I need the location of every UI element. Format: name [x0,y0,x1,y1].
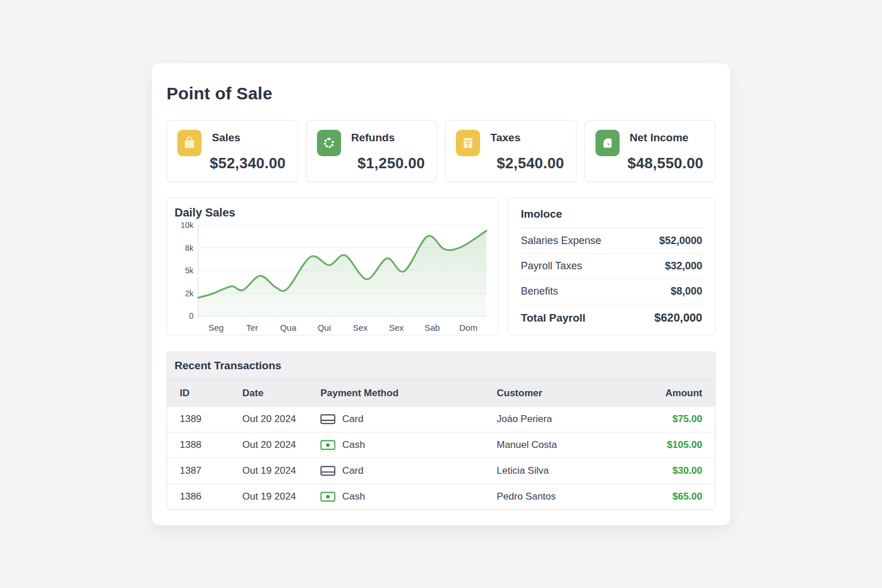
col-header-customer: Customer [497,388,630,399]
payroll-row-label: Payroll Taxes [521,260,582,272]
svg-text:Sab: Sab [425,323,440,332]
tx-id: 1388 [180,439,242,451]
tx-customer: Pedro Santos [497,491,630,502]
stat-label: Sales [212,131,287,144]
page-title: Point of Sale [167,84,715,103]
card-icon [320,414,335,424]
col-header-id: ID [180,388,242,399]
tx-id: 1387 [180,465,242,477]
stat-card-taxes[interactable]: Taxes $2,540.00 [445,120,577,182]
receipt-icon [456,130,480,156]
stat-card-net-income[interactable]: Net Income $48,550.00 [585,120,716,182]
stat-card-sales[interactable]: Sales $52,340.00 [167,120,298,182]
payroll-total-row: Total Payroll $620,000 [521,304,702,331]
stat-label: Taxes [490,131,566,144]
tx-amount: $30.00 [630,465,702,477]
tx-amount: $65.00 [630,491,702,502]
payroll-row-benefits: Benefits $8,000 [521,279,702,304]
chart-title: Daily Sales [175,206,498,219]
tx-method: Cash [342,491,365,502]
payroll-row-value: $8,000 [671,285,702,297]
tx-date: Out 20 2024 [242,439,320,451]
cash-icon [320,492,335,502]
shopping-bag-icon [177,130,202,156]
col-header-payment-method: Payment Method [320,388,497,399]
svg-text:Sex: Sex [353,323,368,332]
document-leaf-icon [595,130,620,156]
transactions-titlebar: Recent Transactions [167,352,715,380]
transactions-header-row: ID Date Payment Method Customer Amount [167,380,715,407]
payroll-row-label: Benefits [521,285,558,297]
card-icon [320,466,335,476]
tx-customer: Joáo Periera [497,413,630,425]
tx-customer: Leticia Silva [497,465,630,477]
recent-transactions-panel: Recent Transactions ID Date Payment Meth… [167,351,715,510]
svg-text:2k: 2k [185,289,194,298]
tx-method: Card [342,465,363,477]
svg-text:Seg: Seg [208,323,224,332]
svg-text:Ter: Ter [246,323,258,332]
pos-dashboard-card: Point of Sale Sales $52,340.00 [152,63,730,525]
col-header-amount: Amount [630,388,702,399]
svg-text:5k: 5k [185,266,194,275]
payroll-row-taxes: Payroll Taxes $32,000 [521,254,702,279]
transaction-row[interactable]: 1388 Out 20 2024 Cash Manuel Costa $105.… [167,432,715,458]
tx-date: Out 20 2024 [242,413,320,425]
payroll-title: Imoloce [521,208,702,220]
stat-label: Net Income [630,131,705,144]
tx-id: 1389 [180,413,242,425]
daily-sales-panel: Daily Sales 10k8k5k2k0SegTerQuaQuiSexSex… [167,198,498,335]
stat-card-refunds[interactable]: Refunds $1,250.00 [306,120,438,182]
tx-amount: $75.00 [630,413,702,425]
stat-value: $48,550.00 [621,154,705,172]
transaction-row[interactable]: 1389 Out 20 2024 Card Joáo Periera $75.0… [167,407,715,432]
svg-text:Qua: Qua [280,323,297,332]
payroll-row-value: $32,000 [665,260,702,272]
cash-icon [320,440,335,450]
payroll-panel: Imoloce Salaries Expense $52,0000 Payrol… [508,198,715,335]
tx-date: Out 19 2024 [242,465,320,477]
tx-amount: $105.00 [630,439,702,451]
payroll-total-label: Total Payroll [521,312,586,324]
daily-sales-area-chart: 10k8k5k2k0SegTerQuaQuiSexSexSabDom [173,219,492,335]
stat-value: $1,250.00 [342,154,427,172]
transaction-row[interactable]: 1386 Out 19 2024 Cash Pedro Santos $65.0… [167,484,715,509]
svg-text:Qui: Qui [318,323,331,332]
stat-label: Refunds [351,131,427,144]
tx-customer: Manuel Costa [497,439,630,451]
payroll-row-salaries: Salaries Expense $52,0000 [521,229,702,254]
payroll-row-value: $52,0000 [659,235,702,247]
col-header-date: Date [242,388,320,399]
refund-dots-icon [317,130,341,156]
stat-cards-row: Sales $52,340.00 Refunds $1,250.00 [167,120,715,182]
tx-date: Out 19 2024 [242,491,320,502]
svg-text:0: 0 [189,311,194,320]
stat-value: $52,340.00 [203,154,287,172]
tx-id: 1386 [180,491,242,502]
svg-text:10k: 10k [180,220,194,230]
middle-row: Daily Sales 10k8k5k2k0SegTerQuaQuiSexSex… [167,198,715,335]
svg-text:Dom: Dom [459,323,478,332]
svg-text:Sex: Sex [389,323,404,332]
svg-text:8k: 8k [185,243,194,253]
payroll-row-label: Salaries Expense [521,235,601,247]
stat-value: $2,540.00 [481,154,566,172]
tx-method: Card [342,413,363,425]
transactions-title: Recent Transactions [175,359,281,372]
payroll-total-value: $620,000 [655,311,702,324]
transaction-row[interactable]: 1387 Out 19 2024 Card Leticia Silva $30.… [167,458,715,484]
tx-method: Cash [342,439,365,451]
